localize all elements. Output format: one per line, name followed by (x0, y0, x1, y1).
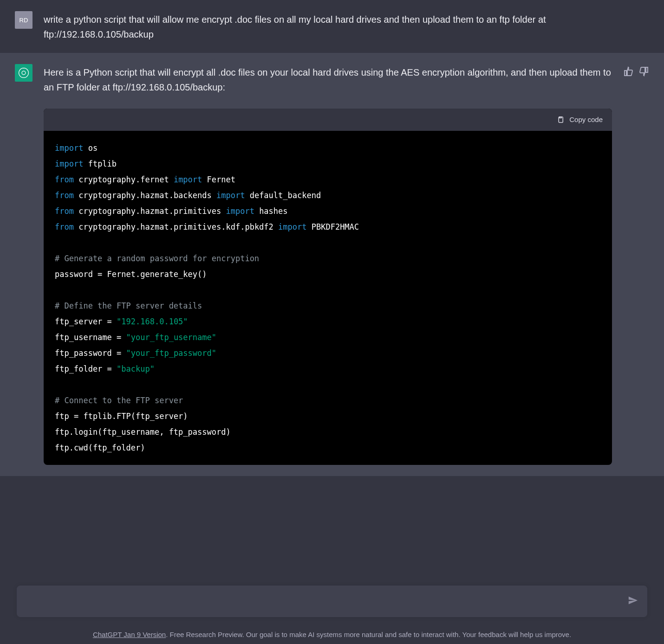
openai-logo-icon (18, 67, 30, 79)
thumbs-up-icon (623, 66, 634, 77)
thumbs-down-icon (638, 66, 649, 77)
send-button[interactable] (628, 595, 638, 607)
footer-text: ChatGPT Jan 9 Version. Free Research Pre… (0, 631, 664, 638)
user-avatar: RD (15, 11, 33, 29)
assistant-intro-text: Here is a Python script that will encryp… (44, 65, 612, 95)
assistant-message-row: Here is a Python script that will encryp… (0, 53, 664, 476)
user-message-text: write a python script that will allow me… (44, 11, 649, 42)
assistant-message-body: Here is a Python script that will encryp… (44, 64, 612, 465)
chat-input[interactable] (26, 597, 628, 606)
clipboard-icon (556, 115, 565, 124)
thumbs-down-button[interactable] (638, 66, 649, 77)
assistant-feedback-actions (623, 64, 649, 465)
copy-code-button[interactable]: Copy code (44, 109, 612, 131)
svg-point-0 (22, 71, 26, 75)
assistant-avatar (15, 64, 33, 82)
footer-rest: . Free Research Preview. Our goal is to … (166, 631, 571, 638)
chat-container: RD write a python script that will allow… (0, 0, 664, 476)
version-link[interactable]: ChatGPT Jan 9 Version (93, 631, 166, 638)
code-block: Copy code import osimport ftplibfrom cry… (44, 109, 612, 465)
thumbs-up-button[interactable] (623, 66, 634, 77)
chat-input-bar[interactable] (17, 586, 647, 617)
user-message-row: RD write a python script that will allow… (0, 0, 664, 53)
code-body[interactable]: import osimport ftplibfrom cryptography.… (44, 131, 612, 465)
copy-code-label: Copy code (569, 114, 603, 125)
send-icon (628, 595, 638, 605)
